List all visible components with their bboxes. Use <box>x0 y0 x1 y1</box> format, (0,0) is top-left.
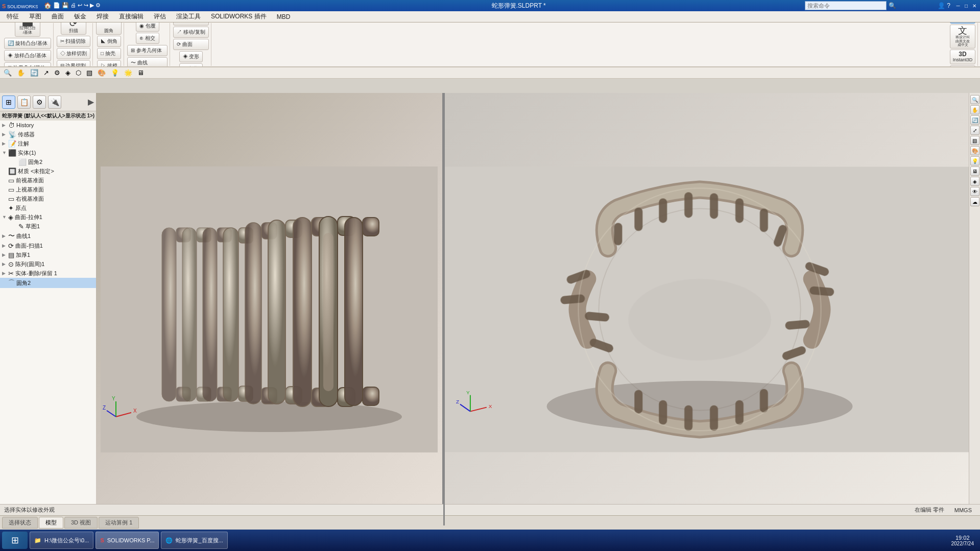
tree-item-sensor[interactable]: ▶ 📡 传感器 <box>0 130 96 139</box>
btab-model[interactable]: 模型 <box>39 517 63 529</box>
tree-item-circular-pattern[interactable]: ▶ ⊙ 陈列(圆周)1 <box>0 259 96 269</box>
menu-render[interactable]: 渲染工具 <box>172 11 205 22</box>
tree-item-fillet2-sub[interactable]: ⬜ 固角2 <box>0 157 96 166</box>
view-zoom-icon[interactable]: 🔍 <box>2 69 13 77</box>
sweep-cut-button[interactable]: ✂ 扫描切除 <box>57 36 91 47</box>
taskbar-app-browser[interactable]: 🌐 蛇形弹簧_百度搜... <box>161 532 227 549</box>
tree-item-curve[interactable]: ▶ 〜 曲线1 <box>0 231 96 241</box>
menu-evaluate[interactable]: 评估 <box>149 11 171 22</box>
view-normal-icon[interactable]: ↗ <box>42 69 51 77</box>
sweep-button[interactable]: ⟳ 扫描 <box>61 22 86 35</box>
tree-item-delete-solid[interactable]: ▶ ✂ 实体-删除/保留 1 <box>0 269 96 278</box>
right-viewport[interactable]: X Y Z <box>445 93 980 525</box>
redo-icon[interactable]: ↪ <box>84 2 88 9</box>
ambient-icon[interactable]: 🌟 <box>123 69 134 77</box>
rt-realview-btn[interactable]: 👁 <box>970 187 979 196</box>
restore-button[interactable]: □ <box>963 2 970 9</box>
deform-button[interactable]: ◈ 变形 <box>179 51 203 62</box>
tree-item-origin[interactable]: ✦ 原点 <box>0 203 96 212</box>
flexi-button[interactable]: ⊡ 弯曲 <box>179 63 203 67</box>
view-settings-icon[interactable]: ⚙ <box>53 69 62 77</box>
pattern-ref-button[interactable]: ⊞ 参考几何体 <box>127 45 168 56</box>
tree-item-solid[interactable]: ▼ ⬛ 实体(1) <box>0 148 96 157</box>
tree-item-fillet2[interactable]: ⌒ 圆角2 <box>0 278 96 288</box>
rt-appear-btn[interactable]: 🎨 <box>970 146 979 155</box>
start-button[interactable]: ⊞ <box>2 532 28 549</box>
open-icon[interactable]: 📄 <box>53 2 60 9</box>
tree-item-frontplane[interactable]: ▭ 前视基准面 <box>0 176 96 185</box>
loft-boss-button[interactable]: ◈ 放样凸台/基体 <box>4 50 51 61</box>
rt-scene-btn[interactable]: 🖥 <box>970 166 979 176</box>
revolve-boss-button[interactable]: 🔄 旋转凸台/基体 <box>4 38 51 49</box>
curve-button[interactable]: 〜 曲线 <box>127 57 168 67</box>
rt-zoom-btn[interactable]: 🔍 <box>970 95 979 104</box>
tree-item-topplane[interactable]: ▭ 上视基准面 <box>0 185 96 194</box>
viewport-divider[interactable] <box>443 93 445 525</box>
shell-button[interactable]: □ 抽壳 <box>97 48 121 59</box>
undo-icon[interactable]: ↩ <box>78 2 82 9</box>
rt-display-btn[interactable]: ◈ <box>970 177 979 186</box>
search-input[interactable] <box>805 1 887 10</box>
realview-button[interactable]: 👁 RealView图形 <box>950 22 975 23</box>
btab-motion[interactable]: 运动算例 1 <box>99 517 139 529</box>
tree-item-surface-sweep[interactable]: ▶ ⟳ 曲面-扫描1 <box>0 241 96 250</box>
sweep2-button[interactable]: ⟳ 曲面 <box>173 39 209 50</box>
btab-3dview[interactable]: 3D 视图 <box>64 517 98 529</box>
chamfer-button[interactable]: ◣ 倒角 <box>97 36 121 47</box>
scene-icon[interactable]: 🖥 <box>136 69 146 77</box>
instant3d-button[interactable]: 3D Instant3D <box>950 50 975 64</box>
taskbar-app-explorer[interactable]: 📁 H:\微信公众号\0... <box>30 532 93 549</box>
draft-button[interactable]: ▷ 拔模 <box>97 60 121 67</box>
user-icon[interactable]: 👤 <box>938 2 945 9</box>
menu-sheetmetal[interactable]: 钣金 <box>69 11 91 22</box>
taskbar-app-solidworks[interactable]: S SOLIDWORKS P... <box>95 532 159 549</box>
property-manager-icon[interactable]: 📋 <box>17 95 31 109</box>
rt-light-btn[interactable]: 💡 <box>970 156 979 165</box>
tree-item-surface-extrude[interactable]: ▼ ◈ 曲面-拉伸1 <box>0 212 96 222</box>
config-manager-icon[interactable]: ⚙ <box>33 95 46 109</box>
menu-weld[interactable]: 焊接 <box>92 11 113 22</box>
print-icon[interactable]: 🖨 <box>70 2 76 9</box>
boundary-cut-button[interactable]: ⊟ 边界切割 <box>57 60 91 67</box>
tree-item-thicken[interactable]: ▶ ▤ 加厚1 <box>0 250 96 259</box>
boundary-boss-button[interactable]: ⊡ 边界凸台/基体 <box>4 62 51 67</box>
rt-pan-btn[interactable]: ✋ <box>970 105 979 114</box>
menu-feature[interactable]: 特征 <box>2 11 23 22</box>
display-mode-icon[interactable]: ◈ <box>64 69 72 77</box>
help-icon[interactable]: ? <box>947 2 950 9</box>
lights-icon[interactable]: 💡 <box>109 69 121 77</box>
rt-rotate-btn[interactable]: 🔄 <box>970 115 979 125</box>
fillet-button[interactable]: ⌒ 圆角 <box>96 22 122 35</box>
menu-surface[interactable]: 曲面 <box>47 11 68 22</box>
options-icon[interactable]: ⚙ <box>95 2 101 9</box>
move-copy-button[interactable]: ↗ 移动/复制 <box>173 27 209 38</box>
split-button[interactable]: ✂ 分割 <box>173 22 209 26</box>
menu-directedit[interactable]: 直接编辑 <box>114 11 148 22</box>
addins-icon[interactable]: 🔌 <box>48 95 61 109</box>
tree-item-rightplane[interactable]: ▭ 右视基准面 <box>0 194 96 203</box>
tree-item-history[interactable]: ▶ ⏱ History <box>0 121 96 130</box>
minimize-button[interactable]: ─ <box>954 2 962 9</box>
rt-section-btn[interactable]: ▧ <box>970 136 979 145</box>
feature-tree-icon[interactable]: ⊞ <box>2 95 15 109</box>
menu-mbd[interactable]: MBD <box>272 12 295 22</box>
appear-icon[interactable]: 🎨 <box>96 69 107 77</box>
section-view-icon[interactable]: ▧ <box>85 69 94 77</box>
play-icon[interactable]: ▶ <box>90 2 94 9</box>
left-viewport[interactable]: X Y Z <box>96 93 443 525</box>
save-icon[interactable]: 💾 <box>62 2 69 9</box>
menu-plugins[interactable]: SOLIDWORKS 插件 <box>206 11 271 22</box>
menu-sketch[interactable]: 草图 <box>25 11 46 22</box>
view-rotate-icon[interactable]: 🔄 <box>29 69 40 77</box>
new-icon[interactable]: 🏠 <box>44 2 52 9</box>
btab-select[interactable]: 选择状态 <box>2 517 38 529</box>
rt-shadow-btn[interactable]: ☁ <box>970 197 979 206</box>
expand-panel-button[interactable]: ▶ <box>88 97 94 107</box>
command-search[interactable]: 🔍 <box>805 0 898 11</box>
view-orient-icon[interactable]: ⬡ <box>74 69 83 77</box>
tree-item-sketch1[interactable]: ✎ 草图1 <box>0 222 96 231</box>
wrapsketch-button[interactable]: ◉ 包覆 <box>136 22 159 32</box>
view-pan-icon[interactable]: ✋ <box>15 69 27 77</box>
close-button[interactable]: ✕ <box>971 2 978 9</box>
translate-design-button[interactable]: 文 将设计叫由英文改成中文 <box>950 25 975 49</box>
